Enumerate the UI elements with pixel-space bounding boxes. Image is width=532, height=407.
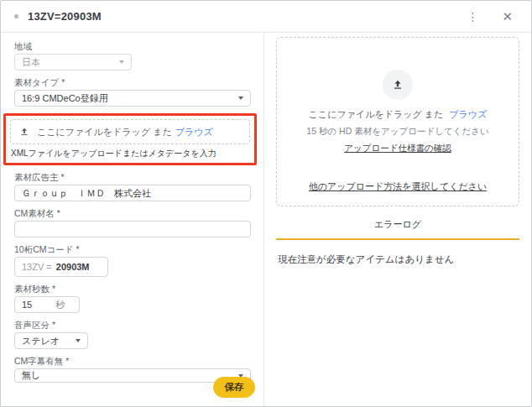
upload-spec-link[interactable]: アップロード仕様書の確認 [344, 143, 451, 154]
subtitle-label: CM字幕有無 * [14, 356, 250, 366]
duration-unit: 秒 [55, 299, 65, 311]
subtitle-value: 無し [22, 369, 40, 382]
media-upload-hint: 15 秒の HD 素材をアップロードしてください [306, 126, 488, 138]
xml-dropzone-caption: XMLファイルをアップロードまたはメタデータを入力 [11, 148, 250, 159]
cm-code-input[interactable]: 13ZV = 20903M [14, 257, 108, 277]
upload-icon [392, 79, 404, 91]
media-drop-text-main: ここにファイルをドラッグ また [309, 109, 444, 119]
cm-code-prefix: 13ZV = [22, 262, 52, 272]
duration-label: 素材秒数 * [14, 284, 250, 294]
dialog-header: 13ZV=20903M ⋮ ✕ [1, 1, 531, 33]
cm-name-input[interactable] [14, 221, 251, 237]
close-icon[interactable]: ✕ [497, 7, 518, 26]
cm-code-label: 10桁CMコード * [14, 244, 250, 254]
media-file-dropzone[interactable]: ここにファイルをドラッグ また ブラウズ 15 秒の HD 素材をアップロードし… [276, 37, 519, 206]
advertiser-value: Ｇｒｏｕｐ ＩＭＤ 株式会社 [22, 187, 151, 200]
dialog-title: 13ZV=20903M [28, 10, 102, 23]
kebab-menu-icon[interactable]: ⋮ [462, 8, 483, 26]
field-cm-name: CM素材名 * [14, 208, 250, 237]
field-cm-code: 10桁CMコード * 13ZV = 20903M [14, 244, 250, 277]
advertiser-label: 素材広告主 * [14, 172, 250, 182]
error-log-empty-message: 現在注意が必要なアイテムはありません [276, 253, 519, 266]
media-drop-text: ここにファイルをドラッグ また ブラウズ [309, 108, 488, 121]
field-duration: 素材秒数 * 15 秒 [14, 284, 250, 313]
audio-select[interactable]: ステレオ [14, 332, 88, 349]
media-browse-link[interactable]: ブラウズ [449, 109, 487, 119]
tab-error-log[interactable]: エラーログ [276, 215, 519, 240]
xml-browse-link[interactable]: ブラウズ [175, 126, 213, 138]
xml-drop-text: ここにファイルをドラッグ また [37, 126, 172, 138]
field-advertiser: 素材広告主 * Ｇｒｏｕｐ ＩＭＤ 株式会社 [14, 172, 250, 201]
upload-material-dialog: 13ZV=20903M ⋮ ✕ 地域 日本 素材タイプ * 16:9 CMDeC… [0, 0, 532, 407]
cm-name-label: CM素材名 * [14, 208, 250, 218]
media-upload-panel: ここにファイルをドラッグ また ブラウズ 15 秒の HD 素材をアップロードし… [264, 33, 531, 407]
audio-value: ステレオ [22, 335, 60, 347]
region-select[interactable]: 日本 [14, 54, 132, 70]
field-audio: 音声区分 * ステレオ [14, 320, 250, 349]
upload-circle [383, 70, 413, 100]
advertiser-input[interactable]: Ｇｒｏｕｐ ＩＭＤ 株式会社 [14, 185, 251, 201]
audio-label: 音声区分 * [14, 320, 250, 330]
material-type-select[interactable]: 16:9 CMDeCo登録用 [14, 90, 251, 107]
chevron-down-icon [119, 60, 124, 64]
xml-upload-highlight: ここにファイルをドラッグ また ブラウズ XMLファイルをアップロードまたはメタ… [3, 113, 257, 165]
material-type-label: 素材タイプ * [14, 77, 250, 87]
material-type-value: 16:9 CMDeCo登録用 [22, 92, 108, 105]
region-label: 地域 [14, 41, 250, 51]
field-material-type: 素材タイプ * 16:9 CMDeCo登録用 [14, 77, 250, 107]
region-value: 日本 [22, 56, 40, 69]
alt-upload-method-link[interactable]: 他のアップロード方法を選択してください [309, 180, 487, 193]
dialog-body: 地域 日本 素材タイプ * 16:9 CMDeCo登録用 [1, 33, 531, 407]
save-button[interactable]: 保存 [213, 377, 255, 398]
status-dot-icon [14, 14, 18, 18]
field-region: 地域 日本 [14, 41, 250, 70]
xml-file-dropzone[interactable]: ここにファイルをドラッグ また ブラウズ [10, 119, 250, 144]
duration-value: 15 [22, 300, 32, 310]
chevron-down-icon [76, 339, 81, 342]
metadata-form: 地域 日本 素材タイプ * 16:9 CMDeCo登録用 [1, 33, 264, 407]
field-subtitle: CM字幕有無 * 無し [14, 356, 250, 383]
cm-code-value: 20903M [56, 262, 90, 272]
duration-input[interactable]: 15 秒 [14, 296, 80, 313]
upload-icon [19, 127, 29, 137]
chevron-down-icon [238, 97, 243, 100]
